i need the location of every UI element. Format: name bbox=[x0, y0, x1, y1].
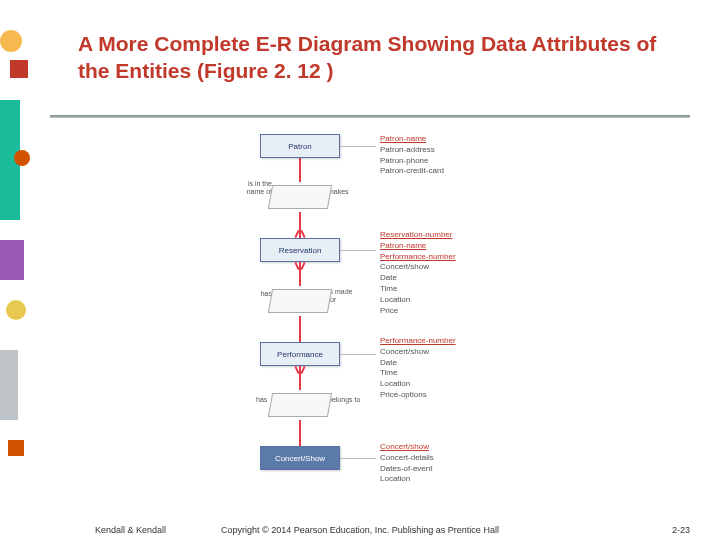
footer-page: 2-23 bbox=[672, 525, 690, 535]
relationship-diamond bbox=[260, 286, 340, 316]
entity-performance: Performance bbox=[260, 342, 340, 366]
attrs-performance: Performance-number Concert/show Date Tim… bbox=[380, 336, 456, 401]
relationship-diamond bbox=[260, 182, 340, 212]
crowfoot-icon bbox=[294, 230, 306, 238]
entity-patron: Patron bbox=[260, 134, 340, 158]
crowfoot-icon bbox=[294, 366, 306, 374]
attrs-reservation: Reservation-number Patron-name Performan… bbox=[380, 230, 456, 316]
attr-connector bbox=[340, 250, 376, 251]
decorative-sidebar bbox=[0, 0, 30, 540]
attr-connector bbox=[340, 458, 376, 459]
attr-connector bbox=[340, 354, 376, 355]
entity-concert: Concert/Show bbox=[260, 446, 340, 470]
crowfoot-icon bbox=[294, 262, 306, 270]
footer-copyright: Copyright © 2014 Pearson Education, Inc.… bbox=[0, 525, 720, 535]
er-diagram: Patron Patron-name Patron-address Patron… bbox=[240, 130, 600, 490]
title-underline bbox=[50, 115, 690, 118]
relationship-diamond bbox=[260, 390, 340, 420]
line bbox=[299, 420, 301, 446]
line bbox=[299, 316, 301, 342]
attrs-patron: Patron-name Patron-address Patron-phone … bbox=[380, 134, 444, 177]
attr-connector bbox=[340, 146, 376, 147]
slide-title: A More Complete E-R Diagram Showing Data… bbox=[78, 30, 658, 85]
entity-reservation: Reservation bbox=[260, 238, 340, 262]
attrs-concert: Concert/show Concert-details Dates-of-ev… bbox=[380, 442, 434, 485]
line bbox=[299, 158, 301, 182]
